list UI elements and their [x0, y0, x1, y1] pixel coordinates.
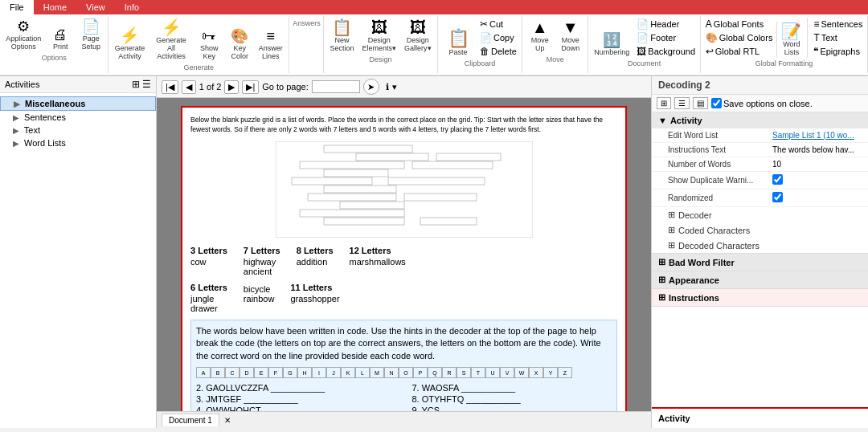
sidebar-icon-list[interactable]: ☰	[142, 79, 151, 90]
save-options-label: Save options on close.	[711, 98, 813, 108]
global-rtl-button[interactable]: ↩ Global RTL	[703, 45, 776, 58]
delete-button[interactable]: 🗑 Delete	[477, 45, 519, 58]
props-subsection-decoder[interactable]: ⊞ Decoder	[652, 207, 868, 222]
props-view-btn-1[interactable]: ⊞	[657, 97, 671, 109]
prev-page-button[interactable]: ◀	[182, 80, 196, 94]
cut-button[interactable]: ✂ Cut	[477, 18, 519, 31]
tab-view[interactable]: View	[76, 0, 115, 14]
tab-close-icon[interactable]: ✕	[224, 416, 231, 425]
print-button[interactable]: 🖨 Print	[46, 26, 75, 52]
props-section-activity-header[interactable]: ▼ Activity	[652, 112, 868, 128]
print-icon: 🖨	[53, 27, 68, 42]
props-view-btn-3[interactable]: ▤	[693, 97, 708, 109]
footer-button[interactable]: 📄 Footer	[634, 31, 698, 44]
ribbon-group-document: 🔢 Numbering 📄 Header 📄 Footer 🖼 Backgrou…	[588, 16, 701, 73]
tab-file[interactable]: File	[0, 0, 34, 14]
show-duplicate-checkbox[interactable]	[772, 174, 783, 185]
info-icon[interactable]: ℹ	[386, 82, 389, 92]
generate-activity-button[interactable]: ⚡ GenerateActivity	[112, 26, 148, 62]
info-dropdown[interactable]: ▾	[392, 82, 397, 92]
show-key-button[interactable]: 🗝 ShowKey	[194, 27, 223, 62]
generate-all-button[interactable]: ⚡ GenerateAll Activities	[149, 18, 193, 62]
6letters-header: 6 Letters	[190, 283, 227, 292]
decode-cell-G: G	[283, 367, 297, 378]
options-group-label: Options	[42, 54, 67, 62]
save-options-text: Save options on close.	[723, 99, 813, 108]
new-section-icon: 📋	[332, 19, 352, 35]
svg-rect-6	[324, 169, 388, 177]
document-tab[interactable]: Document 1	[162, 414, 219, 426]
design-group-label: Design	[370, 55, 392, 63]
word-bicycle: bicycle	[244, 284, 275, 294]
props-subsection-decoded[interactable]: ⊞ Decoded Characters	[652, 238, 868, 253]
sidebar-icon-grid[interactable]: ⊞	[132, 79, 140, 90]
global-colors-button[interactable]: 🎨 Global Colors	[703, 31, 776, 44]
word-list-section-2: 6 Letters jungle drawer bicycle rainbow …	[190, 283, 617, 313]
tab-info[interactable]: Info	[115, 0, 149, 14]
save-options-checkbox[interactable]	[711, 98, 722, 108]
answer-lines-button[interactable]: ≡ AnswerLines	[256, 27, 285, 62]
sidebar-text-label: Text	[24, 125, 40, 135]
8letters-header: 8 Letters	[297, 246, 334, 255]
move-up-button[interactable]: ▲ MoveUp	[526, 18, 555, 54]
formatting-group-label: Global Formatting	[755, 59, 813, 67]
props-title: Decoding 2	[652, 76, 868, 95]
copy-button[interactable]: 📄 Copy	[477, 31, 519, 44]
go-to-input[interactable]	[312, 80, 360, 93]
header-button[interactable]: 📄 Header	[634, 18, 698, 31]
text-button[interactable]: T Text	[811, 31, 865, 44]
sidebar-sentences-label: Sentences	[24, 112, 66, 122]
props-section-badword-header[interactable]: ⊞ Bad Word Filter	[652, 254, 868, 271]
instructions-text-value[interactable]: The words below hav...	[772, 145, 862, 154]
decode-cell-X: X	[529, 367, 543, 378]
answer-lines-icon: ≡	[267, 29, 276, 43]
props-subsection-coded[interactable]: ⊞ Coded Characters	[652, 222, 868, 238]
generate-activity-icon: ⚡	[120, 27, 140, 43]
expand-miscellaneous-icon: ▶	[14, 100, 20, 108]
tab-home[interactable]: Home	[34, 0, 76, 14]
go-button[interactable]: ➤	[363, 79, 379, 95]
page-setup-button[interactable]: 📄 PageSetup	[76, 18, 105, 52]
word-col-8letters: 8 Letters addition	[297, 246, 334, 276]
randomized-checkbox[interactable]	[772, 192, 783, 202]
move-down-icon: ▼	[563, 19, 579, 35]
sentences-button[interactable]: ≡ Sentences	[811, 18, 865, 31]
epigraphs-button[interactable]: ❝ Epigraphs	[811, 45, 865, 58]
number-of-words-label: Number of Words	[668, 160, 772, 169]
doc-page-container[interactable]: Below the blank puzzle grid is a list of…	[157, 98, 651, 411]
numbering-button[interactable]: 🔢 Numbering	[591, 31, 633, 58]
svg-rect-10	[308, 194, 396, 201]
props-view-btn-2[interactable]: ☰	[674, 97, 690, 109]
sidebar-item-text[interactable]: ▶ Text	[0, 124, 156, 137]
design-gallery-button[interactable]: 🖼 DesignGallery▾	[401, 18, 435, 54]
application-options-button[interactable]: ⚙ ApplicationOptions	[2, 18, 44, 52]
coded-label: Coded Characters	[678, 226, 750, 235]
ribbon-group-answers: Answers	[289, 16, 324, 73]
next-page-button[interactable]: ▶	[224, 80, 239, 94]
decoder-label: Decoder	[678, 210, 712, 220]
sidebar-item-sentences[interactable]: ▶ Sentences	[0, 111, 156, 124]
appearance-expand-icon: ⊞	[658, 275, 665, 285]
word-marshmallows: marshmallows	[350, 257, 406, 267]
last-page-button[interactable]: ▶|	[242, 80, 259, 94]
new-section-button[interactable]: 📋 NewSection	[327, 18, 358, 54]
sidebar-item-miscellaneous[interactable]: ▶ Miscellaneous	[0, 96, 156, 111]
background-button[interactable]: 🖼 Background	[634, 45, 698, 58]
paste-button[interactable]: 📋 Paste	[440, 28, 476, 58]
props-section-instructions-header[interactable]: ⊞ Instructions	[652, 289, 868, 306]
word-jungle: jungle	[190, 294, 227, 304]
move-down-button[interactable]: ▼ MoveDown	[556, 18, 585, 54]
first-page-button[interactable]: |◀	[162, 80, 178, 94]
global-fonts-button[interactable]: A Global Fonts	[703, 18, 776, 31]
decode-answer-7: 7. WAOSFA ___________	[412, 383, 612, 393]
sidebar-item-wordlists[interactable]: ▶ Word Lists	[0, 137, 156, 149]
decode-cell-Z: Z	[558, 367, 572, 378]
design-elements-button[interactable]: 🖼 DesignElements▾	[359, 18, 400, 54]
props-section-badword: ⊞ Bad Word Filter	[652, 254, 868, 271]
doc-area: |◀ ◀ 1 of 2 ▶ ▶| Go to page: ➤ ℹ ▾ Below…	[157, 76, 651, 428]
edit-wordlist-value[interactable]: Sample List 1 (10 wo...	[772, 131, 862, 140]
word-lists-button[interactable]: 📝 WordLists	[776, 22, 805, 58]
key-color-button[interactable]: 🎨 KeyColor	[225, 27, 254, 62]
props-section-appearance-header[interactable]: ⊞ Appearance	[652, 271, 868, 288]
svg-rect-4	[300, 161, 404, 169]
